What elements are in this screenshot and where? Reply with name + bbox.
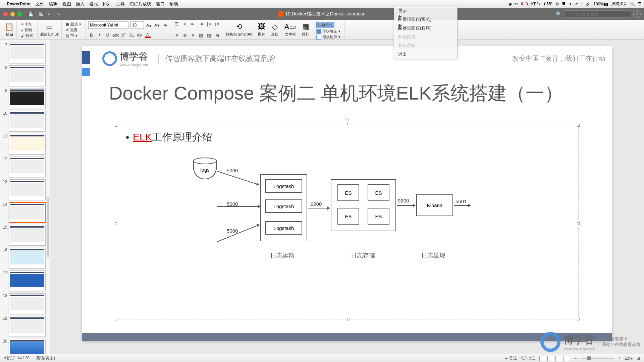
zoom-slider[interactable]: [581, 358, 614, 359]
format-painter-button[interactable]: 🖌格式: [19, 33, 35, 39]
obs-menu-preview[interactable]: 全屏投影仪(预览)▶: [394, 15, 457, 24]
menu-slideshow[interactable]: 幻灯片放映: [129, 1, 151, 7]
thumb-14[interactable]: [9, 202, 46, 223]
sync-icon[interactable]: ⟳: [575, 2, 578, 6]
qat-save-icon[interactable]: 💾: [28, 11, 34, 17]
thumb-11[interactable]: [9, 134, 46, 155]
menu-edit[interactable]: 编辑: [49, 1, 58, 7]
app-name[interactable]: PowerPoint: [7, 1, 31, 6]
italic-button[interactable]: I: [96, 33, 102, 38]
scissors-icon[interactable]: ✂: [515, 2, 518, 6]
increase-font-icon[interactable]: A▴: [146, 23, 152, 28]
ime-indicator[interactable]: 搜狗拼音: [611, 1, 627, 7]
picture-icon[interactable]: 🖼: [258, 22, 265, 31]
thumb-7[interactable]: [9, 43, 46, 63]
justify-button[interactable]: ▤: [198, 33, 204, 38]
view-switcher[interactable]: [539, 356, 570, 361]
menu-arrange[interactable]: 排列: [103, 1, 111, 7]
shape-fill-button[interactable]: 形状填充 ▾: [315, 28, 342, 34]
search-input[interactable]: [564, 10, 631, 18]
resize-handle-se[interactable]: [577, 318, 580, 320]
align-right-button[interactable]: ≡: [190, 33, 196, 38]
resize-handle-nw[interactable]: [115, 124, 117, 127]
obs-icon[interactable]: ◉: [508, 2, 512, 6]
size-select[interactable]: [130, 21, 144, 29]
menu-file[interactable]: 文件: [36, 1, 44, 7]
resize-handle-ne[interactable]: [577, 124, 580, 127]
obs-menu-exit[interactable]: 退出: [394, 50, 457, 59]
line-spacing-button[interactable]: ‖≡: [206, 21, 212, 26]
monitor-icon[interactable]: 🖥: [555, 2, 559, 6]
resize-handle-s[interactable]: [347, 318, 350, 320]
resize-handle-w[interactable]: [115, 222, 117, 225]
menu-window[interactable]: 窗口: [156, 1, 165, 7]
decrease-font-icon[interactable]: A▾: [154, 23, 160, 28]
thumb-15[interactable]: [9, 225, 46, 246]
columns-button[interactable]: ▥: [206, 33, 212, 38]
fit-window-button[interactable]: ⊡: [637, 356, 640, 361]
bold-button[interactable]: B: [88, 33, 94, 38]
notification-icon[interactable]: ☰: [638, 2, 641, 6]
shield-icon[interactable]: ⛊: [562, 2, 566, 6]
rotate-handle[interactable]: [345, 118, 349, 121]
minimize-icon[interactable]: [10, 12, 15, 16]
thumb-17[interactable]: [9, 270, 46, 291]
quick-style-button[interactable]: 快速样式: [315, 21, 342, 28]
menu-format[interactable]: 格式: [89, 1, 98, 7]
maximize-icon[interactable]: [17, 12, 22, 16]
menu-insert[interactable]: 插入: [76, 1, 85, 7]
battery[interactable]: 100% ▮▮: [593, 2, 608, 6]
thumb-18[interactable]: [9, 293, 46, 314]
thumbnail-scrollbar[interactable]: [47, 197, 49, 257]
thumb-19[interactable]: [9, 316, 46, 337]
paste-icon[interactable]: 📋: [5, 22, 14, 31]
thumb-20[interactable]: [9, 339, 46, 354]
layout-button[interactable]: ▦版式 ▾: [64, 21, 83, 27]
fullscreen-icon[interactable]: ⤢: [633, 10, 641, 18]
content-placeholder[interactable]: ELK工作原理介绍 logs logs logs 5000 5000 5000: [116, 125, 579, 319]
thumb-13[interactable]: [9, 179, 46, 200]
clear-format-icon[interactable]: A̶: [162, 23, 168, 28]
textbox-icon[interactable]: A▭: [284, 22, 296, 31]
qat-undo-icon[interactable]: ↶: [48, 11, 52, 17]
align-text-button[interactable]: ⊟: [214, 33, 220, 38]
menu-tools[interactable]: 工具: [116, 1, 125, 7]
resize-handle-e[interactable]: [577, 222, 580, 225]
spotlight-icon[interactable]: 🔍: [630, 2, 635, 6]
strike-button[interactable]: abc: [112, 33, 118, 38]
plane-icon[interactable]: ✈: [569, 2, 572, 6]
menu-view[interactable]: 视图: [62, 1, 71, 7]
underline-button[interactable]: U: [104, 33, 110, 38]
font-color-button[interactable]: A: [145, 32, 151, 38]
volume-icon[interactable]: 🔊: [586, 2, 591, 6]
char-spacing-button[interactable]: AV: [137, 33, 143, 38]
copy-button[interactable]: ⎘复制: [19, 27, 35, 33]
smartart-icon[interactable]: ⟲: [236, 22, 242, 31]
slide-canvas[interactable]: 博学谷www.boxuegu.com 传智播客旗下高端IT在线教育品牌 改变中国…: [50, 40, 644, 354]
wifi-icon[interactable]: ⌔: [581, 2, 583, 6]
font-select[interactable]: [88, 21, 128, 29]
new-slide-icon[interactable]: ▭: [46, 22, 53, 31]
menu-help[interactable]: 帮助: [169, 1, 178, 7]
thumb-8[interactable]: [9, 65, 46, 86]
superscript-button[interactable]: X²: [120, 33, 126, 38]
bullets-button[interactable]: ☰: [174, 21, 180, 26]
pause-icon[interactable]: II: [521, 2, 523, 6]
indent-left-button[interactable]: ⇤: [190, 21, 196, 26]
qat-print-icon[interactable]: 🖶: [38, 11, 43, 17]
zoom-level[interactable]: 22%: [625, 356, 633, 361]
numbering-button[interactable]: ≡: [182, 21, 188, 26]
align-left-button[interactable]: ≡: [174, 33, 180, 38]
comments-button[interactable]: 💬 批注: [521, 355, 535, 361]
text-direction-button[interactable]: ↕A: [214, 21, 220, 26]
thumb-10[interactable]: [9, 111, 46, 132]
qat-redo-icon[interactable]: ↷: [56, 11, 60, 17]
obs-menu-program[interactable]: 全屏投影仪(程序)▶: [394, 24, 457, 33]
reset-button[interactable]: ↺重置: [64, 27, 83, 33]
cut-button[interactable]: ✂剪切: [19, 21, 35, 27]
notes-button[interactable]: ≣ 备注: [504, 355, 517, 361]
align-center-button[interactable]: ≣: [182, 33, 188, 38]
zoom-out-button[interactable]: −: [574, 356, 577, 361]
resize-handle-sw[interactable]: [115, 318, 117, 320]
subscript-button[interactable]: X₂: [128, 33, 135, 38]
